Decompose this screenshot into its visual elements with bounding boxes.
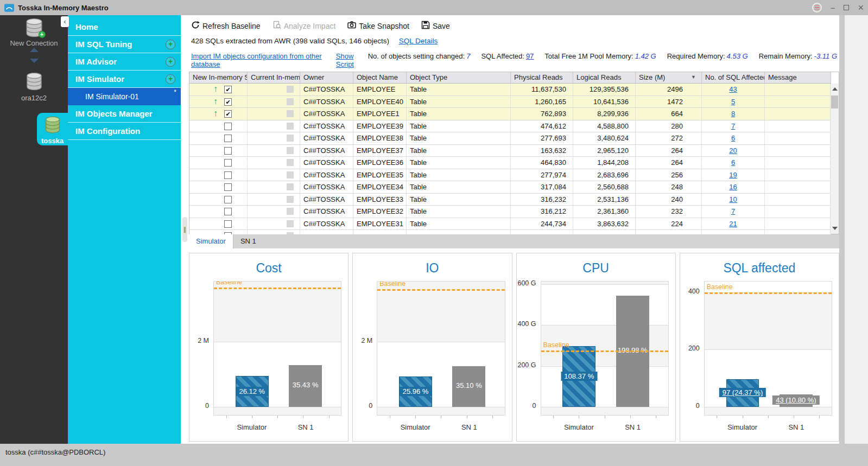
column-header-message[interactable]: Message bbox=[765, 72, 831, 83]
table-row[interactable]: C##TOSSKAEMPLOYEE31Table244,7343,863,632… bbox=[189, 218, 831, 231]
sidebar-item-im-objects-manager[interactable]: IM Objects Manager bbox=[68, 105, 181, 123]
sidebar-item-home[interactable]: Home bbox=[68, 18, 181, 36]
column-header-owner[interactable]: Owner bbox=[300, 72, 353, 83]
new-inmemory-checkbox[interactable]: ✔ bbox=[224, 98, 232, 106]
table-row[interactable]: C##TOSSKAEMPLOYEE35Table277,9742,683,696… bbox=[189, 169, 831, 182]
sql-affected-link[interactable]: 16 bbox=[729, 183, 737, 191]
take-snapshot-button[interactable]: Take Snapshot bbox=[347, 21, 409, 31]
new-inmemory-checkbox[interactable] bbox=[224, 208, 232, 215]
new-inmemory-checkbox[interactable] bbox=[224, 159, 232, 167]
new-inmemory-checkbox[interactable] bbox=[224, 220, 232, 228]
table-row[interactable]: C##TOSSKAEMPLOYEE37Table163,6322,965,120… bbox=[189, 145, 831, 157]
scroll-up-icon[interactable] bbox=[30, 48, 39, 52]
plot-band bbox=[541, 407, 668, 416]
sql-details-link[interactable]: SQL Details bbox=[399, 37, 438, 45]
x-axis-tick bbox=[656, 416, 656, 418]
collapse-sidebar-button[interactable]: ‹ bbox=[61, 16, 69, 27]
sidebar-item-im-simulator-01[interactable]: IM Simulator-01* bbox=[68, 88, 181, 105]
table-row[interactable]: C##TOSSKAEMPLOYEE34Table317,0842,560,688… bbox=[189, 181, 831, 194]
column-header-size-m[interactable]: Size (M)▼ bbox=[636, 72, 702, 83]
table-row[interactable]: C##TOSSKAEMPLOYEE38Table277,6933,480,624… bbox=[189, 132, 831, 145]
show-script-link[interactable]: Show Script bbox=[336, 52, 368, 68]
column-header-no-of-sql-affected[interactable]: No. of SQL Affected bbox=[702, 72, 765, 83]
sql-affected-link[interactable]: 20 bbox=[729, 146, 737, 155]
scroll-down-icon[interactable] bbox=[30, 59, 39, 63]
column-header-object-name[interactable]: Object Name bbox=[353, 72, 407, 83]
sql-affected-link[interactable]: 21 bbox=[729, 220, 737, 228]
bar-simulator: 26.12 % bbox=[236, 376, 269, 407]
grid-scrollbar[interactable] bbox=[830, 84, 839, 234]
table-row[interactable]: ↑✔C##TOSSKAEMPLOYEE40Table1,260,16510,64… bbox=[189, 96, 831, 108]
import-im-objects-link[interactable]: Import IM objects configuration from oth… bbox=[191, 52, 328, 68]
new-connection-button[interactable]: + New Conection bbox=[0, 18, 68, 47]
sql-affected-link[interactable]: 6 bbox=[731, 158, 735, 167]
app-menu-icon[interactable] bbox=[812, 3, 822, 12]
bar-sn-1: 43 (10.80 %) bbox=[780, 394, 813, 407]
table-row[interactable]: C##TOSSKAEMPLOYEE39Table474,6124,588,800… bbox=[189, 120, 831, 133]
sql-affected-link[interactable]: 19 bbox=[729, 171, 737, 179]
add-icon[interactable]: + bbox=[166, 40, 175, 49]
cell-object-name: EMPLOYEE36 bbox=[353, 157, 407, 169]
sql-affected-link[interactable]: 10 bbox=[729, 195, 737, 203]
sql-affected-link[interactable]: 43 bbox=[729, 85, 737, 93]
cell-message bbox=[765, 96, 831, 108]
connection-ora12c2[interactable]: ora12c2 bbox=[0, 72, 68, 102]
baseline-label: Baseline bbox=[707, 283, 733, 291]
scrollbar-down-icon[interactable] bbox=[832, 227, 838, 230]
column-header-physical-reads[interactable]: Physical Reads bbox=[511, 72, 573, 83]
connection-tosska-selected[interactable]: tosska bbox=[37, 113, 68, 145]
tab-simulator[interactable]: Simulator bbox=[189, 234, 233, 248]
new-inmemory-checkbox[interactable] bbox=[224, 232, 232, 234]
sidebar-item-im-simulator[interactable]: IM Simulator+ bbox=[68, 71, 181, 88]
sidebar-item-im-sql-tuning[interactable]: IM SQL Tuning+ bbox=[68, 36, 181, 53]
tab-sn-1[interactable]: SN 1 bbox=[233, 234, 263, 248]
close-button[interactable]: × bbox=[858, 4, 864, 12]
sql-affected-link[interactable]: 5 bbox=[731, 98, 735, 106]
new-inmemory-checkbox[interactable] bbox=[224, 196, 232, 203]
maximize-button[interactable] bbox=[844, 5, 849, 10]
scrollbar-up-icon[interactable] bbox=[832, 87, 838, 91]
add-icon[interactable]: + bbox=[166, 57, 175, 67]
save-button[interactable]: Save bbox=[421, 21, 450, 31]
sql-affected-link[interactable]: 7 bbox=[731, 207, 735, 215]
column-header-logical-reads[interactable]: Logical Reads bbox=[573, 72, 636, 83]
sidebar-item-label: Home bbox=[75, 22, 98, 31]
table-row[interactable]: ↑✔C##TOSSKAEMPLOYEETable11,637,530129,39… bbox=[189, 84, 831, 96]
sql-affected-link[interactable]: 7 bbox=[731, 122, 735, 130]
sidebar-item-im-advisor[interactable]: IM Advisor+ bbox=[68, 53, 181, 71]
table-row[interactable]: C##TOSSKAEMPLOYEE36Table464,8301,844,208… bbox=[189, 157, 831, 169]
new-inmemory-checkbox[interactable] bbox=[224, 147, 232, 155]
gridline bbox=[705, 407, 832, 407]
new-inmemory-checkbox[interactable] bbox=[224, 183, 232, 191]
cell-current-inmemory bbox=[248, 157, 300, 169]
awr-summary-text: 428 SQLs extracted from AWR (398 valid S… bbox=[191, 37, 389, 45]
table-row[interactable]: ↑✔C##TOSSKAEMPLOYEE1Table762,8938,299,93… bbox=[189, 108, 831, 120]
sql-affected-link[interactable]: 8 bbox=[731, 110, 735, 118]
new-inmemory-checkbox[interactable]: ✔ bbox=[224, 86, 232, 93]
stat-label: Required Memory: bbox=[667, 52, 725, 60]
table-row[interactable] bbox=[189, 230, 831, 234]
minimize-button[interactable]: − bbox=[831, 4, 835, 12]
scrollbar-thumb[interactable] bbox=[831, 95, 838, 108]
new-inmemory-checkbox[interactable] bbox=[224, 135, 232, 142]
sidebar-item-im-configuration[interactable]: IM Configuration bbox=[68, 123, 181, 140]
cell-physical-reads: 474,612 bbox=[511, 120, 573, 132]
y-axis-tick-label: 200 G bbox=[515, 361, 536, 369]
plot-band bbox=[705, 292, 832, 350]
refresh-baseline-button[interactable]: Refresh Baseline bbox=[191, 21, 261, 31]
new-inmemory-checkbox[interactable]: ✔ bbox=[224, 110, 232, 118]
current-inmemory-indicator bbox=[287, 208, 294, 215]
column-header-current-in-memory[interactable]: Current In-memory... bbox=[248, 72, 300, 83]
splitter-handle[interactable]: ∥ bbox=[182, 217, 187, 242]
column-header-new-in-memory-se[interactable]: New In-memory Se... bbox=[189, 72, 248, 83]
x-axis-tick bbox=[743, 416, 743, 418]
stat-value[interactable]: 97 bbox=[526, 52, 534, 60]
new-inmemory-checkbox[interactable] bbox=[224, 123, 232, 130]
table-row[interactable]: C##TOSSKAEMPLOYEE32Table316,2122,361,360… bbox=[189, 206, 831, 218]
cell-current-inmemory bbox=[248, 108, 300, 120]
add-icon[interactable]: + bbox=[166, 74, 175, 84]
table-row[interactable]: C##TOSSKAEMPLOYEE33Table316,2322,531,136… bbox=[189, 194, 831, 206]
column-header-object-type[interactable]: Object Type bbox=[407, 72, 511, 83]
new-inmemory-checkbox[interactable] bbox=[224, 171, 232, 179]
sql-affected-link[interactable]: 6 bbox=[731, 134, 735, 142]
